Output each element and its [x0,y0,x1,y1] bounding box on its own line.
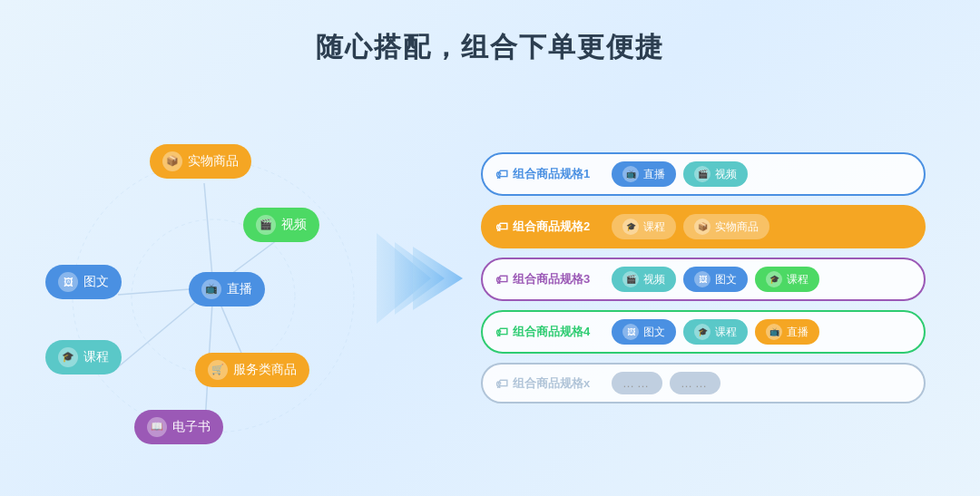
arrow-area [368,188,476,369]
tag-3-2-icon: 🖼 [694,271,710,287]
node-shipin: 🎬 视频 [243,208,319,242]
node-shiwu: 📦 实物商品 [150,144,251,179]
tag-3-3-icon: 🎓 [766,271,782,287]
rule-label-x: 🏷 组合商品规格x [495,375,604,392]
rule-tag-x-1: …… [612,372,662,394]
rule-tag-3-3: 🎓 课程 [755,267,819,292]
node-kecheng: 🎓 课程 [45,340,122,374]
tag-4-3-icon: 📺 [766,324,782,340]
rule-tag-1-2: 🎬 视频 [683,161,748,187]
content-area: 📦 实物商品 🎬 视频 📺 直播 🛒 服务类商品 🖼 图文 🎓 课程 [0,66,980,490]
node-dianzishu-icon: 📖 [147,417,167,437]
rule-tag-1-1: 📺 直播 [612,161,676,187]
node-shipin-icon: 🎬 [256,215,276,235]
tag-4-2-icon: 🎓 [694,324,710,340]
rule-tag-2-1: 🎓 课程 [612,214,676,239]
rule-row-3: 🏷 组合商品规格3 🎬 视频 🖼 图文 🎓 课程 [481,258,926,301]
tag-1-1-icon: 📺 [622,166,639,182]
node-zhibo: 📺 直播 [189,272,265,306]
rule-label-2: 🏷 组合商品规格2 [495,219,604,235]
rule-tag-3-2: 🖼 图文 [683,267,748,292]
rule-tag-x-2: …… [670,372,720,394]
rule-tag-4-3: 📺 直播 [755,319,819,345]
rule-label-3: 🏷 组合商品规格3 [495,271,604,287]
rule-label-1: 🏷 组合商品规格1 [495,166,604,182]
rule-tag-3-1: 🎬 视频 [612,267,676,292]
node-dianzishu: 📖 电子书 [134,410,223,444]
node-shiwu-icon: 📦 [162,151,182,171]
node-fuwu: 🛒 服务类商品 [195,353,309,387]
node-tuwen: 🖼 图文 [45,265,122,299]
node-tuwen-icon: 🖼 [58,272,78,292]
rule-tag-4-1: 🖼 图文 [612,319,676,345]
page-title: 随心搭配，组合下单更便捷 [0,0,980,66]
node-kecheng-icon: 🎓 [58,347,78,367]
rule-tag-4-2: 🎓 课程 [683,319,748,345]
rule-row-1: 🏷 组合商品规格1 📺 直播 🎬 视频 [481,152,926,196]
tag-1-2-icon: 🎬 [694,166,710,182]
rule-row-x: 🏷 组合商品规格x …… …… [481,363,926,404]
tag-4-1-icon: 🖼 [622,324,639,340]
rule-label-4: 🏷 组合商品规格4 [495,324,604,340]
rule-icon-x: 🏷 [495,376,508,391]
center-arrow [372,197,472,360]
mind-map: 📦 实物商品 🎬 视频 📺 直播 🛒 服务类商品 🖼 图文 🎓 课程 [36,106,363,451]
rule-icon-2: 🏷 [495,219,508,234]
rule-row-4: 🏷 组合商品规格4 🖼 图文 🎓 课程 📺 直播 [481,310,926,354]
rule-icon-1: 🏷 [495,167,508,181]
tag-2-2-icon: 📦 [694,219,710,235]
node-zhibo-icon: 📺 [201,279,221,299]
rule-icon-3: 🏷 [495,272,508,287]
rule-tag-2-2: 📦 实物商品 [683,214,769,239]
rules-area: 🏷 组合商品规格1 📺 直播 🎬 视频 🏷 组合商品规格2 🎓 课程 [481,152,926,404]
rule-icon-4: 🏷 [495,325,508,339]
rule-row-2: 🏷 组合商品规格2 🎓 课程 📦 实物商品 [481,205,926,248]
tag-2-1-icon: 🎓 [622,219,639,235]
tag-3-1-icon: 🎬 [622,271,639,287]
node-fuwu-icon: 🛒 [208,360,228,380]
